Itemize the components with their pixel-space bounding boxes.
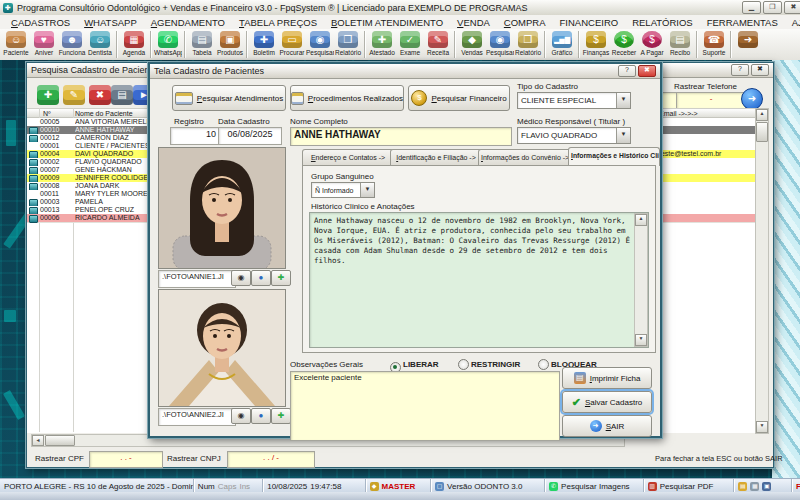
camera-button[interactable]: ◉ xyxy=(231,270,251,286)
sales-cart-icon: ◆ xyxy=(462,31,482,48)
add-photo-button[interactable]: ✚ xyxy=(271,408,291,424)
dialog-help-button[interactable]: ? xyxy=(618,65,636,77)
toolbar-receita-button[interactable]: ✎Receita xyxy=(424,30,452,57)
toolbar-aniver-button[interactable]: ♥Aniver xyxy=(30,30,58,57)
folder-icon[interactable]: ▤ xyxy=(738,482,747,491)
menu-whatsapp[interactable]: WHATSAPP xyxy=(77,17,144,28)
toolbar-tabela-button[interactable]: ▤Tabela xyxy=(188,30,216,57)
toolbar-label: Agenda xyxy=(120,49,148,57)
computer-icon[interactable]: ▣ xyxy=(762,482,771,491)
zoom-photo-button[interactable]: ● xyxy=(251,408,271,424)
medico-responsavel-select[interactable]: FLAVIO QUADRADO ▼ xyxy=(517,127,631,144)
nome-completo-label: Nome Completo xyxy=(290,117,348,126)
toolbar-produtos-button[interactable]: ▣Produtos xyxy=(216,30,244,57)
menu-cadastros[interactable]: CADASTROS xyxy=(4,17,77,28)
vertical-scrollbar[interactable]: ▲ ▼ xyxy=(755,108,769,434)
column-num[interactable]: Nº xyxy=(43,110,51,117)
search-phone-go-button[interactable]: ➜ xyxy=(741,88,763,110)
minimize-button[interactable]: ▁ xyxy=(742,1,761,14)
edit-record-icon[interactable]: ✎ xyxy=(63,85,85,105)
toolbar-vendas-button[interactable]: ◆Vendas xyxy=(458,30,486,57)
camera-button[interactable]: ◉ xyxy=(231,408,251,424)
main-toolbar: ☺Paciente ♥Aniver ☻Funciona ☺Dentista ▦A… xyxy=(0,29,800,62)
dialog-close-button[interactable]: ✖ xyxy=(638,65,656,77)
toolbar-dentista-button[interactable]: ☺Dentista xyxy=(86,30,114,57)
column-email[interactable]: Email ->->-> xyxy=(659,110,698,117)
toolbar-boletim-button[interactable]: ✚Boletim xyxy=(250,30,278,57)
menu-tabela-precos[interactable]: TABELA PREÇOS xyxy=(232,17,324,28)
radio-bloquear[interactable] xyxy=(538,359,549,370)
salvar-cadastro-button[interactable]: ✔ Salvar Cadastro xyxy=(562,391,652,413)
scroll-down-icon[interactable]: ▼ xyxy=(635,334,647,346)
menu-relatorios[interactable]: RELATÓRIOS xyxy=(625,17,700,28)
tab-historico-clinico[interactable]: Informações e Histórico Clinico xyxy=(568,147,660,166)
observacoes-textarea[interactable]: Excelente paciente xyxy=(290,371,560,441)
menu-ajuda[interactable]: AJUDA xyxy=(785,17,800,28)
pesquisar-financeiro-button[interactable]: $ Pesquisar Financeiro xyxy=(408,85,510,111)
print-list-icon[interactable]: ▤ xyxy=(111,85,133,105)
tab-identificacao-filiacao[interactable]: Identificação e Filiação -> xyxy=(390,149,482,166)
toolbar-exame-button[interactable]: ✓Exame xyxy=(396,30,424,57)
delete-record-icon[interactable]: ✖ xyxy=(89,85,111,105)
pesquisar-pdf-label: Pesquisar PDF xyxy=(660,482,714,491)
toolbar-paciente-button[interactable]: ☺Paciente xyxy=(2,30,30,57)
telefone-input[interactable]: - xyxy=(676,92,746,109)
row-number: 00007 xyxy=(40,166,72,174)
toolbar-procurar-button[interactable]: ▭Procurar xyxy=(278,30,306,57)
toolbar-atestado-button[interactable]: ✚Atestado xyxy=(368,30,396,57)
nome-completo-input[interactable]: ANNE HATHAWAY xyxy=(290,127,512,146)
menu-financeiro[interactable]: FINANCEIRO xyxy=(553,17,626,28)
search-docs-icon: ◉ xyxy=(310,31,330,48)
pesquisar-atendimentos-button[interactable]: Pesquisar Atendimentos xyxy=(172,85,286,111)
scroll-left-icon[interactable]: ◄ xyxy=(32,435,44,446)
toolbar-recibo-button[interactable]: ▤Recibo xyxy=(666,30,694,57)
tab-endereco-contatos[interactable]: Endereço e Contatos -> xyxy=(302,149,394,166)
restore-button[interactable]: ❐ xyxy=(763,1,782,14)
rastrear-cnpj-input[interactable]: . . / - xyxy=(227,451,315,468)
imprimir-ficha-button[interactable]: ▤ Imprimir Ficha xyxy=(562,367,652,389)
toolbar-grafico-button[interactable]: ▂▅▇Gráfico xyxy=(548,30,576,57)
scroll-up-icon[interactable]: ▲ xyxy=(635,214,647,226)
textarea-scrollbar[interactable]: ▲ ▼ xyxy=(634,213,648,347)
procedimentos-realizados-button[interactable]: Procedimentos Realizados xyxy=(290,85,404,111)
toolbar-suporte-button[interactable]: ☎Suporte xyxy=(700,30,728,57)
toolbar-sair-button[interactable]: ➜ xyxy=(734,30,762,49)
add-photo-button[interactable]: ✚ xyxy=(271,270,291,286)
historico-clinico-textarea[interactable]: Anne Hathaway nasceu o 12 de novembro de… xyxy=(309,212,649,348)
menu-venda[interactable]: VENDA xyxy=(450,17,497,28)
toolbar-apagar-button[interactable]: $A Pagar xyxy=(638,30,666,57)
scrollbar-thumb[interactable] xyxy=(756,122,768,142)
toolbar-agenda-button[interactable]: ▦Agenda xyxy=(120,30,148,57)
tipo-cadastro-select[interactable]: CLIENTE ESPECIAL ▼ xyxy=(517,92,631,109)
status-pesquisar-pdf[interactable]: ▥ Pesquisar PDF xyxy=(644,479,735,493)
menu-ferramentas[interactable]: FERRAMENTAS xyxy=(700,17,785,28)
status-pesquisar-imagens[interactable]: ✆ Pesquisar Imagens xyxy=(545,479,644,493)
rastrear-cpf-input[interactable]: . . - xyxy=(89,451,163,468)
menu-compra[interactable]: COMPRA xyxy=(497,17,553,28)
toolbar-relatorio-vendas-button[interactable]: ❒Relatório xyxy=(514,30,542,57)
toolbar-funciona-button[interactable]: ☻Funciona xyxy=(58,30,86,57)
printer-icon[interactable]: ▦ xyxy=(750,482,759,491)
scrollbar-thumb[interactable] xyxy=(45,435,75,446)
toolbar-whatsapp-button[interactable]: ✆WhatsApp xyxy=(154,30,182,57)
sair-button[interactable]: ➜ SAIR xyxy=(562,415,652,437)
close-window-button[interactable]: ✖ xyxy=(751,64,769,76)
grupo-sanguineo-select[interactable]: Ñ Informado ▼ xyxy=(311,182,375,198)
tab-informacoes-convenio[interactable]: Informações do Convênio -> xyxy=(478,149,572,166)
column-name[interactable]: Nome do Paciente xyxy=(75,110,133,117)
toolbar-pesquisar-vendas-button[interactable]: ◉Pesquisar xyxy=(486,30,514,57)
help-button[interactable]: ? xyxy=(731,64,749,76)
zoom-photo-button[interactable]: ● xyxy=(251,270,271,286)
close-button[interactable]: ✖ xyxy=(784,1,800,14)
menu-boletim-atendimento[interactable]: BOLETIM ATENDIMENTO xyxy=(324,17,450,28)
scroll-up-icon[interactable]: ▲ xyxy=(756,109,768,121)
toolbar-financas-button[interactable]: $Finanças xyxy=(582,30,610,57)
toolbar-pesquisar-button[interactable]: ◉Pesquisar xyxy=(306,30,334,57)
radio-restringir[interactable] xyxy=(458,359,469,370)
exam-icon: ✓ xyxy=(400,31,420,48)
scroll-down-icon[interactable]: ▼ xyxy=(756,421,768,433)
toolbar-receber-button[interactable]: $Receber xyxy=(610,30,638,57)
menu-agendamento[interactable]: AGENDAMENTO xyxy=(144,17,232,28)
add-record-icon[interactable]: ✚ xyxy=(37,85,59,105)
toolbar-relatorio-button[interactable]: ❒Relatório xyxy=(334,30,362,57)
